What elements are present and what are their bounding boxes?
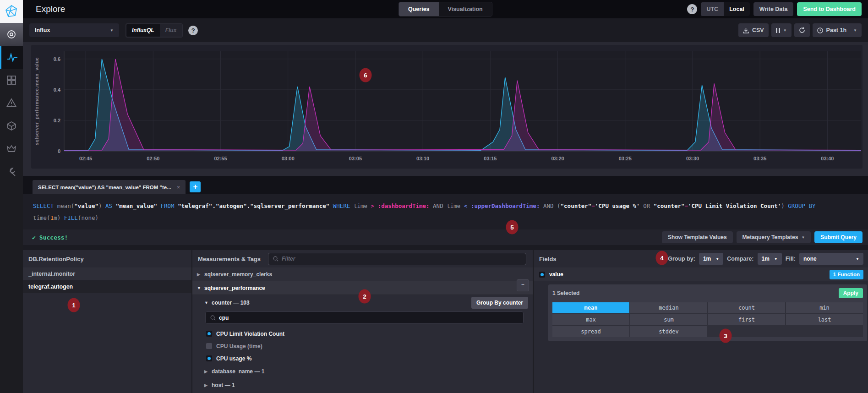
- measurement-row-memory-clerks[interactable]: ▶ sqlserver_memory_clerks: [192, 267, 533, 281]
- function-button-sum[interactable]: sum: [630, 314, 707, 325]
- tag-row-collapsed[interactable]: ▶database_name — 1: [192, 365, 533, 378]
- time-series-chart: [31, 45, 863, 169]
- tag-value-row[interactable]: CPU usage %: [192, 352, 533, 365]
- db-retention-row[interactable]: _internal.monitor: [23, 267, 191, 280]
- measurement-tags-area: ▼ counter — 103 Group By counter cpu CPU…: [192, 295, 533, 393]
- code-token: OR: [640, 202, 654, 209]
- tab-visualization[interactable]: Visualization: [439, 2, 492, 16]
- fields-column-header: Fields Group by: 1m ▼ Compare: 1m ▼ Fill…: [534, 250, 868, 267]
- function-button-mean[interactable]: mean: [552, 302, 629, 313]
- annotation-marker-3: 3: [720, 329, 732, 343]
- sidebar-item-alerting[interactable]: [0, 92, 23, 115]
- refresh-button[interactable]: [794, 23, 810, 37]
- search-icon: [210, 315, 216, 321]
- send-to-dashboard-button[interactable]: Send to Dashboard: [797, 2, 862, 16]
- x-axis-tick: 02:55: [206, 156, 235, 161]
- functions-selected-count: 1 Selected: [552, 290, 579, 296]
- tag-label: counter — 103: [212, 300, 250, 306]
- source-dropdown-label: Influx: [35, 27, 50, 33]
- x-axis-tick: 03:20: [543, 156, 573, 161]
- pause-refresh-dropdown[interactable]: ▼: [771, 23, 792, 37]
- tag-value-search-input[interactable]: cpu: [205, 311, 524, 324]
- source-dropdown[interactable]: Influx ▼: [29, 23, 119, 37]
- sidebar-item-data-explorer[interactable]: [0, 46, 23, 69]
- add-query-button[interactable]: +: [190, 181, 201, 192]
- language-toggle: InfluxQL Flux: [126, 23, 183, 38]
- code-token: time(: [33, 214, 50, 221]
- chart-panel[interactable]: sqlserver_performance.mean_value 00.20.4…: [31, 45, 863, 169]
- refresh-icon: [799, 27, 805, 33]
- fill-dropdown[interactable]: none ▼: [799, 253, 863, 265]
- tag-row-collapsed[interactable]: ▶host — 1: [192, 378, 533, 392]
- checkbox-checked[interactable]: [206, 355, 212, 361]
- group-by-dropdown[interactable]: 1m ▼: [699, 253, 723, 265]
- sidebar-item-log-viewer[interactable]: [0, 115, 23, 137]
- function-count-badge[interactable]: 1 Function: [830, 270, 863, 279]
- query-code-editor[interactable]: SELECT mean("value") AS "mean_value" FRO…: [23, 194, 868, 229]
- tag-value-row[interactable]: CPU Limit Violation Count: [192, 328, 533, 340]
- group-by-value: 1m: [703, 256, 711, 262]
- metaquery-templates-dropdown[interactable]: Metaquery Templates ▼: [737, 231, 811, 243]
- annotation-marker-2: 2: [359, 289, 371, 304]
- time-range-dropdown[interactable]: Past 1h ▼: [813, 23, 862, 37]
- x-axis-tick: 03:10: [408, 156, 437, 161]
- function-button-median[interactable]: median: [630, 302, 707, 313]
- language-help-icon[interactable]: ?: [188, 26, 198, 35]
- function-button-spread[interactable]: spread: [552, 326, 629, 337]
- tz-local-button[interactable]: Local: [724, 2, 750, 16]
- field-checkbox-checked[interactable]: [539, 272, 545, 278]
- function-button-stddev[interactable]: stddev: [630, 326, 707, 337]
- fill-value: none: [803, 256, 817, 262]
- nav-sidebar: [0, 0, 23, 393]
- tz-utc-button[interactable]: UTC: [701, 2, 724, 16]
- checkbox-checked[interactable]: [206, 331, 212, 337]
- measurements-column: Measurements & Tags Filter ▶ sqlserver_m…: [192, 250, 534, 393]
- show-template-values-button[interactable]: Show Template Values: [662, 231, 732, 243]
- measurement-filter-input[interactable]: Filter: [268, 253, 526, 265]
- checkbox-unchecked[interactable]: [206, 343, 212, 349]
- tab-queries[interactable]: Queries: [399, 2, 439, 16]
- flux-tab[interactable]: Flux: [160, 24, 182, 37]
- write-data-button[interactable]: Write Data: [753, 2, 794, 16]
- influxql-tab[interactable]: InfluxQL: [126, 24, 160, 37]
- code-token: [175, 202, 178, 209]
- measurement-options-button[interactable]: =: [517, 279, 529, 291]
- function-button-last[interactable]: last: [786, 314, 863, 325]
- chevron-down-icon: ▼: [856, 257, 859, 261]
- tag-value-row[interactable]: CPU Usage (time): [192, 340, 533, 352]
- query-tab[interactable]: SELECT mean("value") AS "mean_value" FRO…: [33, 180, 186, 194]
- function-button-count[interactable]: count: [708, 302, 785, 313]
- x-axis-tick: 03:00: [273, 156, 303, 161]
- db-retention-row[interactable]: telegraf.autogen: [23, 280, 191, 293]
- field-row-value[interactable]: value 1 Function: [534, 267, 868, 281]
- explore-page: Explore Queries Visualization ? UTC Loca…: [0, 0, 868, 393]
- download-csv-button[interactable]: CSV: [738, 23, 769, 37]
- sidebar-item-dashboards[interactable]: [0, 69, 23, 92]
- annotation-marker-4: 4: [656, 251, 668, 265]
- sidebar-item-admin[interactable]: [0, 137, 23, 160]
- code-token: 'CPU Limit Violation Count': [688, 202, 781, 209]
- chronograf-logo[interactable]: [0, 0, 23, 23]
- close-icon[interactable]: ×: [177, 184, 180, 191]
- function-button-max[interactable]: max: [552, 314, 629, 325]
- caret-down-icon: ▼: [204, 300, 212, 305]
- sidebar-item-host-list[interactable]: [0, 23, 23, 46]
- query-status-bar: ✔ Success! Show Template Values Metaquer…: [23, 229, 868, 245]
- field-name: value: [549, 271, 563, 278]
- sidebar-item-configuration[interactable]: [0, 160, 23, 183]
- function-button-min[interactable]: min: [786, 302, 863, 313]
- help-icon[interactable]: ?: [687, 4, 697, 14]
- code-token: WHERE: [333, 202, 350, 209]
- x-axis-tick: 03:30: [678, 156, 707, 161]
- function-button-first[interactable]: first: [708, 314, 785, 325]
- graph-pulse-icon: [7, 53, 18, 62]
- apply-button[interactable]: Apply: [839, 288, 863, 298]
- compare-dropdown[interactable]: 1m ▼: [758, 253, 782, 265]
- x-axis-tick: 03:05: [341, 156, 370, 161]
- group-by-counter-button[interactable]: Group By counter: [471, 297, 528, 309]
- code-token: [112, 202, 116, 209]
- caret-right-icon: ▶: [197, 272, 204, 277]
- code-token: [467, 202, 471, 209]
- submit-query-button[interactable]: Submit Query: [814, 231, 863, 243]
- x-axis-tick: 03:40: [813, 156, 842, 161]
